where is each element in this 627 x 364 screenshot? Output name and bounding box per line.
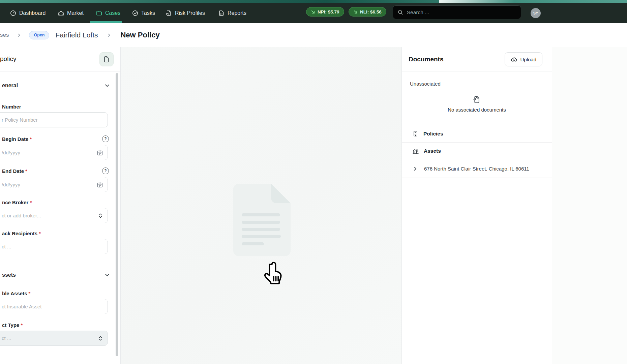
nav-item-label: Dashboard — [19, 10, 46, 16]
required-marker: * — [28, 291, 30, 296]
npi-metric-badge[interactable]: NPI: $5.79 — [306, 7, 344, 17]
contract-type-select[interactable]: ct ... — [0, 331, 108, 346]
begin-date-input[interactable] — [0, 150, 86, 155]
select-chevrons-icon — [98, 213, 103, 219]
global-search[interactable] — [393, 5, 521, 19]
file-icon — [103, 56, 110, 63]
section-assets-label: ssets — [2, 272, 16, 278]
asset-address-row[interactable]: 676 North Saint Clair Street, Chicago, I… — [402, 159, 552, 178]
contract-type-label-row: ct Type* — [0, 322, 121, 328]
user-avatar[interactable]: SY — [531, 8, 541, 18]
panel-title: policy — [0, 55, 17, 63]
top-navbar: Dashboard Market Cases Tasks Risk Profil… — [0, 3, 627, 23]
breadcrumb: ses Open Fairfield Lofts New Policy — [0, 23, 627, 47]
policy-form: eneral Number Begin Date* ? End Date* ? — [0, 71, 121, 364]
insurable-assets-field[interactable] — [0, 299, 108, 314]
document-placeholder — [233, 184, 291, 256]
unassociated-label: Unassociated — [410, 81, 552, 87]
policies-row[interactable]: Policies — [402, 125, 552, 143]
folder-icon — [96, 10, 102, 16]
required-marker: * — [25, 168, 27, 174]
policy-number-input[interactable] — [0, 117, 86, 123]
nli-metric-badge[interactable]: NLI: $6.56 — [349, 7, 386, 17]
document-view-button[interactable] — [99, 52, 114, 66]
form-scrollbar[interactable] — [116, 73, 118, 356]
documents-title: Documents — [409, 56, 443, 63]
end-date-label-row: End Date* ? — [0, 168, 121, 174]
nav-item-risk-profiles[interactable]: Risk Profiles — [166, 3, 205, 23]
nav-item-label: Risk Profiles — [175, 10, 205, 16]
nav-item-tasks[interactable]: Tasks — [132, 3, 155, 23]
nav-item-cases[interactable]: Cases — [96, 3, 120, 23]
panel-header: policy — [0, 47, 120, 71]
insurable-assets-label-row: ble Assets* — [0, 291, 121, 296]
insurable-assets-input[interactable] — [0, 304, 86, 309]
search-input[interactable] — [407, 9, 516, 16]
nav-item-label: Reports — [228, 10, 246, 16]
preview-area — [121, 47, 401, 364]
insurance-broker-select[interactable]: ct or add broker... — [0, 208, 108, 223]
npi-badge-label: NPI: $5.79 — [318, 9, 339, 14]
breadcrumb-cases-link[interactable]: ses — [0, 32, 9, 38]
section-assets[interactable]: ssets — [0, 272, 121, 278]
nav-item-market[interactable]: Market — [58, 3, 84, 23]
upload-button[interactable]: Upload — [505, 52, 542, 66]
page-title: New Policy — [120, 31, 159, 39]
end-date-input[interactable] — [0, 182, 86, 187]
insurable-assets-label: ble Assets* — [2, 291, 30, 296]
building-icon — [412, 148, 419, 154]
report-icon — [218, 10, 225, 16]
arrow-down-right-icon — [353, 10, 358, 14]
begin-date-field[interactable] — [0, 145, 108, 160]
contract-type-placeholder: ct ... — [2, 335, 11, 341]
nli-badge-label: NLI: $6.56 — [360, 9, 382, 14]
chevron-right-icon — [413, 166, 417, 171]
end-date-field[interactable] — [0, 177, 108, 192]
feedback-recipients-input[interactable] — [0, 244, 86, 249]
policy-number-field[interactable] — [0, 112, 108, 127]
feedback-recipients-label: ack Recipients* — [2, 231, 41, 236]
section-general[interactable]: eneral — [0, 82, 121, 89]
top-gradient-bar — [0, 0, 627, 3]
assets-row[interactable]: Assets — [402, 143, 552, 159]
cloud-upload-icon — [511, 56, 517, 63]
begin-date-label: Begin Date* — [2, 136, 32, 142]
nav-item-dashboard[interactable]: Dashboard — [10, 3, 46, 23]
file-import-icon — [473, 95, 481, 104]
policy-number-label: Number — [2, 104, 21, 110]
asset-address: 676 North Saint Clair Street, Chicago, I… — [424, 166, 529, 172]
required-marker: * — [30, 136, 32, 142]
breadcrumb-case-link[interactable]: Fairfield Lofts — [55, 31, 98, 39]
required-marker: * — [21, 322, 23, 328]
calendar-icon — [97, 181, 103, 188]
assets-row-label: Assets — [424, 148, 441, 154]
active-tab-underline — [90, 21, 122, 23]
chevron-down-icon — [104, 272, 111, 278]
status-badge: Open — [29, 31, 49, 39]
arrow-down-right-icon — [311, 10, 315, 14]
feedback-recipients-label-row: ack Recipients* — [0, 231, 121, 236]
end-date-label: End Date* — [2, 168, 27, 174]
gauge-icon — [10, 10, 16, 16]
feedback-recipients-field[interactable] — [0, 239, 108, 254]
question-circle-icon[interactable]: ? — [102, 135, 109, 142]
documents-empty-state: No associated documents — [402, 95, 552, 113]
chevron-right-icon — [17, 33, 21, 37]
question-circle-icon[interactable]: ? — [102, 168, 109, 174]
insurance-broker-placeholder: ct or add broker... — [2, 213, 41, 218]
required-marker: * — [30, 200, 32, 205]
search-icon — [398, 9, 403, 15]
policy-doc-icon — [412, 130, 419, 137]
nav-item-reports[interactable]: Reports — [218, 3, 246, 23]
chevron-down-icon — [104, 82, 111, 89]
policies-row-label: Policies — [423, 131, 443, 137]
market-icon — [58, 10, 64, 16]
insurance-broker-label: nce Broker* — [2, 200, 32, 205]
insurance-broker-label-row: nce Broker* — [0, 200, 121, 205]
chevron-right-icon — [107, 33, 111, 37]
nav-item-label: Market — [67, 10, 84, 16]
documents-header: Documents Upload — [402, 47, 552, 71]
begin-date-label-row: Begin Date* ? — [0, 135, 121, 142]
hand-cursor — [262, 262, 286, 286]
new-policy-panel: policy eneral Number Begin Date* ? End D… — [0, 47, 121, 364]
